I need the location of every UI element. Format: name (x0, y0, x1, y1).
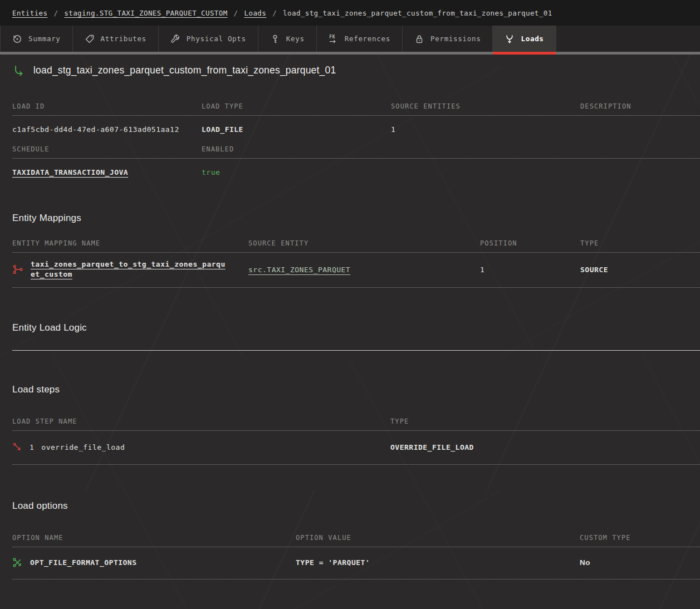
option-value: TYPE = 'PARQUET' (296, 558, 580, 567)
breadcrumb-current: load_stg_taxi_zones_parquet_custom_from_… (283, 9, 552, 17)
key-icon (270, 34, 280, 44)
column-header-load-type: LOAD TYPE (202, 102, 391, 110)
column-header-source-entities: SOURCE ENTITIES (391, 102, 580, 110)
breadcrumb: Entities / staging.STG_TAXI_ZONES_PARQUE… (0, 0, 700, 26)
source-entity-link[interactable]: src.TAXI_ZONES_PARQUET (248, 266, 350, 274)
entity-load-logic-divider (12, 350, 700, 351)
column-header-load-step-name: LOAD STEP NAME (12, 418, 390, 425)
column-header-custom-type: CUSTOM TYPE (580, 534, 700, 542)
load-arrow-icon (12, 64, 25, 77)
tab-references[interactable]: FK References (317, 26, 403, 52)
svg-text:FK: FK (329, 35, 335, 40)
page-title: load_stg_taxi_zones_parquet_custom_from_… (33, 65, 336, 76)
merge-down-icon (505, 34, 515, 44)
tab-keys[interactable]: Keys (258, 26, 317, 52)
load-step-type: OVERRIDE_FILE_LOAD (390, 443, 700, 451)
tag-icon (85, 34, 95, 44)
scissors-icon (12, 557, 23, 568)
breadcrumb-link-entity[interactable]: staging.STG_TAXI_ZONES_PARQUET_CUSTOM (64, 9, 227, 17)
column-header-option-value: OPTION VALUE (296, 534, 580, 542)
tab-summary[interactable]: Summary (0, 26, 73, 52)
tab-label: Loads (521, 35, 544, 43)
arrow-down-right-icon (12, 442, 22, 452)
branch-merge-icon (12, 264, 23, 275)
load-steps-title: Load steps (12, 384, 700, 395)
enabled-value: true (202, 168, 391, 176)
entity-mappings-title: Entity Mappings (12, 213, 700, 224)
tab-label: Keys (286, 35, 305, 43)
source-entities-value: 1 (391, 125, 580, 134)
load-details-header-row-1: LOAD ID LOAD TYPE SOURCE ENTITIES DESCRI… (12, 102, 700, 116)
option-name-value: OPT_FILE_FORMAT_OPTIONS (30, 558, 137, 567)
entity-mapping-name-link[interactable]: taxi_zones_parquet_to_stg_taxi_zones_par… (31, 259, 229, 279)
tab-label: References (345, 35, 390, 43)
mapping-type-value: SOURCE (580, 266, 700, 274)
column-header-enabled: ENABLED (202, 145, 391, 153)
column-header-entity-mapping-name: ENTITY MAPPING NAME (12, 239, 248, 247)
entity-mapping-row: taxi_zones_parquet_to_stg_taxi_zones_par… (12, 253, 700, 288)
load-options-header-row: OPTION NAME OPTION VALUE CUSTOM TYPE (12, 534, 700, 547)
foreign-key-icon: FK (329, 34, 339, 44)
load-option-row: OPT_FILE_FORMAT_OPTIONS TYPE = 'PARQUET'… (12, 547, 700, 579)
load-step-name: override_file_load (41, 443, 125, 451)
column-header-source-entity: SOURCE ENTITY (248, 239, 480, 247)
load-step-position: 1 (30, 443, 34, 451)
entity-mappings-header-row: ENTITY MAPPING NAME SOURCE ENTITY POSITI… (12, 239, 700, 253)
lock-icon (414, 34, 424, 44)
target-icon (12, 34, 22, 44)
page-header: load_stg_taxi_zones_parquet_custom_from_… (0, 55, 700, 77)
breadcrumb-link-loads[interactable]: Loads (244, 9, 267, 17)
description-value (580, 125, 700, 134)
load-details-header-row-2: SCHEDULE ENABLED (12, 145, 700, 159)
tab-label: Summary (28, 35, 61, 43)
column-header-step-type: TYPE (390, 418, 700, 425)
column-header-schedule: SCHEDULE (12, 145, 202, 153)
load-id-value: c1af5cbd-dd4d-47ed-a607-613ad051aa12 (12, 125, 202, 134)
load-options-title: Load options (12, 500, 700, 512)
load-type-value: LOAD_FILE (202, 125, 391, 134)
tab-bar: Summary Attributes Physical Opts Keys FK… (0, 26, 700, 55)
column-header-type: TYPE (580, 239, 700, 247)
wrench-icon (170, 34, 180, 44)
breadcrumb-separator: / (272, 9, 277, 17)
column-header-option-name: OPTION NAME (12, 534, 296, 542)
schedule-link[interactable]: TAXIDATA_TRANSACTION_JOVA (12, 168, 128, 176)
load-steps-header-row: LOAD STEP NAME TYPE (12, 418, 700, 431)
load-step-row: 1 override_file_load OVERRIDE_FILE_LOAD (12, 431, 700, 465)
tab-loads[interactable]: Loads (493, 26, 556, 52)
tab-permissions[interactable]: Permissions (403, 26, 493, 52)
tab-label: Permissions (430, 35, 481, 43)
column-header-load-id: LOAD ID (12, 102, 202, 110)
load-details-value-row-1: c1af5cbd-dd4d-47ed-a607-613ad051aa12 LOA… (12, 116, 700, 145)
column-header-position: POSITION (480, 239, 580, 247)
option-custom-type: No (580, 558, 700, 567)
tab-physical-opts[interactable]: Physical Opts (159, 26, 258, 52)
column-header-description: DESCRIPTION (580, 102, 700, 110)
tab-attributes[interactable]: Attributes (73, 26, 159, 52)
breadcrumb-separator: / (53, 9, 58, 17)
mapping-position-value: 1 (480, 266, 580, 274)
breadcrumb-link-entities[interactable]: Entities (12, 9, 47, 17)
tab-label: Attributes (101, 35, 146, 43)
entity-load-logic-title: Entity Load Logic (12, 322, 700, 333)
breadcrumb-separator: / (234, 9, 238, 17)
load-details-value-row-2: TAXIDATA_TRANSACTION_JOVA true (12, 159, 700, 188)
tab-label: Physical Opts (187, 35, 246, 43)
